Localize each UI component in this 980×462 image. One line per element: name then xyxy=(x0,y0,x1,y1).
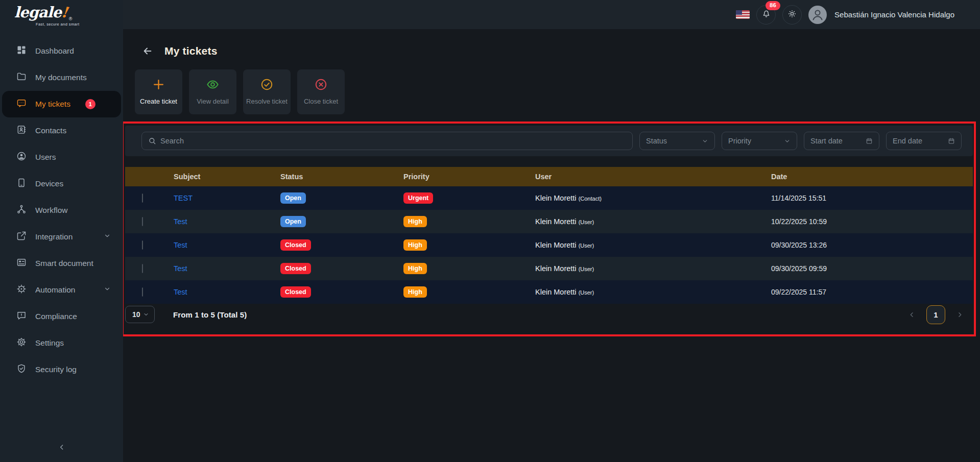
close-ticket-button[interactable]: Close ticket xyxy=(297,69,345,114)
sidebar-item-smart-document[interactable]: Smart document xyxy=(2,250,121,277)
priority-filter-value: Priority xyxy=(728,137,751,145)
column-header-priority[interactable]: Priority xyxy=(403,173,535,181)
brand-logo[interactable]: legale! ® Fast, secure and smart xyxy=(0,0,123,32)
table-header-row: Subject Status Priority User Date xyxy=(125,167,973,186)
automation-gear-icon xyxy=(16,284,27,296)
row-checkbox[interactable] xyxy=(142,287,143,297)
start-date-input[interactable]: Start date xyxy=(804,132,879,150)
sidebar-item-my-tickets[interactable]: My tickets 1 xyxy=(2,91,121,117)
column-header-subject[interactable]: Subject xyxy=(174,173,280,181)
sidebar-nav: Dashboard My documents My tickets 1 Cont… xyxy=(0,38,123,383)
workflow-branch-icon xyxy=(16,204,27,216)
current-page-button[interactable]: 1 xyxy=(926,305,945,324)
previous-page-button[interactable] xyxy=(908,311,916,319)
table-row[interactable]: Test Closed High Klein Moretti (User) 09… xyxy=(125,233,973,257)
sidebar-item-integration[interactable]: Integration xyxy=(2,224,121,250)
sidebar-item-contacts[interactable]: Contacts xyxy=(2,117,121,144)
ticket-date: 10/22/2025 10:59 xyxy=(771,217,973,226)
theme-toggle-button[interactable] xyxy=(782,5,802,25)
sidebar-item-automation[interactable]: Automation xyxy=(2,277,121,303)
chevron-down-icon xyxy=(143,311,149,318)
eye-icon xyxy=(206,78,220,93)
brand-pen-icon: ! xyxy=(60,5,68,20)
folder-icon xyxy=(16,71,27,84)
ticket-subject-link[interactable]: Test xyxy=(174,288,187,296)
chevron-down-icon xyxy=(784,138,791,144)
view-detail-button[interactable]: View detail xyxy=(189,69,236,114)
table-row[interactable]: TEST Open Urgent Klein Moretti (Contact)… xyxy=(125,186,973,210)
ticket-user: Klein Moretti (User) xyxy=(535,241,771,249)
app-window: legale! ® Fast, secure and smart Dashboa… xyxy=(0,0,980,462)
page-size-select[interactable]: 10 xyxy=(125,306,155,323)
status-filter-select[interactable]: Status xyxy=(639,132,715,150)
sidebar-item-label: Devices xyxy=(35,179,63,188)
sidebar-item-devices[interactable]: Devices xyxy=(2,171,121,197)
ticket-actions-toolbar: Create ticket View detail Resolve ticket… xyxy=(135,69,345,114)
language-flag-icon[interactable] xyxy=(736,10,750,19)
page-head: My tickets xyxy=(142,45,218,57)
create-ticket-button[interactable]: Create ticket xyxy=(135,69,182,114)
sidebar-collapse-button[interactable] xyxy=(0,441,123,456)
row-checkbox[interactable] xyxy=(142,240,143,250)
priority-badge: High xyxy=(403,216,427,227)
priority-filter-select[interactable]: Priority xyxy=(722,132,797,150)
tablet-icon xyxy=(16,178,27,190)
user-avatar[interactable] xyxy=(808,6,827,24)
sidebar-item-settings[interactable]: Settings xyxy=(2,330,121,356)
priority-badge: High xyxy=(403,286,427,298)
ticket-user: Klein Moretti (Contact) xyxy=(535,194,771,202)
ticket-subject-link[interactable]: TEST xyxy=(174,194,193,202)
chevron-down-icon xyxy=(104,285,111,295)
row-checkbox[interactable] xyxy=(142,193,143,203)
user-type: (User) xyxy=(579,219,594,225)
ticket-subject-link[interactable]: Test xyxy=(174,241,187,249)
notifications-button[interactable]: 86 xyxy=(756,5,776,25)
status-badge: Closed xyxy=(280,263,311,274)
ticket-subject-link[interactable]: Test xyxy=(174,217,187,226)
column-header-date[interactable]: Date xyxy=(771,173,973,181)
brand-tagline: Fast, secure and smart xyxy=(36,22,123,27)
resolve-ticket-button[interactable]: Resolve ticket xyxy=(243,69,291,114)
row-checkbox[interactable] xyxy=(142,264,143,273)
pagination-summary: From 1 to 5 (Total 5) xyxy=(173,310,247,319)
topbar: 86 Sebastián Ignacio Valencia Hidalgo xyxy=(123,0,980,29)
search-input-wrap xyxy=(141,132,633,150)
table-row[interactable]: Test Closed High Klein Moretti (User) 09… xyxy=(125,257,973,280)
search-input[interactable] xyxy=(160,137,626,145)
check-circle-icon xyxy=(260,78,274,93)
status-badge: Closed xyxy=(280,286,311,298)
shield-check-icon xyxy=(16,363,27,376)
end-date-input[interactable]: End date xyxy=(886,132,962,150)
ticket-user: Klein Moretti (User) xyxy=(535,288,771,296)
next-page-button[interactable] xyxy=(956,311,964,319)
table-row[interactable]: Test Open High Klein Moretti (User) 10/2… xyxy=(125,210,973,233)
sidebar-item-users[interactable]: Users xyxy=(2,144,121,171)
compliance-bubble-icon xyxy=(16,310,27,323)
user-circle-icon xyxy=(16,151,27,163)
sidebar-item-workflow[interactable]: Workflow xyxy=(2,197,121,224)
column-header-user[interactable]: User xyxy=(535,173,771,181)
status-badge: Open xyxy=(280,216,306,227)
ticket-subject-link[interactable]: Test xyxy=(174,264,187,273)
action-label: View detail xyxy=(197,98,229,106)
tickets-table: Subject Status Priority User Date TEST O… xyxy=(125,167,973,304)
table-row[interactable]: Test Closed High Klein Moretti (User) 09… xyxy=(125,280,973,304)
pagination-bar: 10 From 1 to 5 (Total 5) 1 xyxy=(125,304,973,325)
sidebar-item-my-documents[interactable]: My documents xyxy=(2,64,121,91)
chevron-left-icon xyxy=(58,443,66,453)
sidebar-item-label: Dashboard xyxy=(35,46,74,56)
sidebar-item-dashboard[interactable]: Dashboard xyxy=(2,38,121,64)
sidebar-item-security-log[interactable]: Security log xyxy=(2,356,121,383)
sidebar-item-label: My tickets xyxy=(35,100,70,109)
back-button[interactable] xyxy=(142,45,153,57)
gear-icon xyxy=(16,337,27,349)
dashboard-icon xyxy=(16,45,27,57)
user-type: (Contact) xyxy=(579,196,602,202)
sidebar-item-compliance[interactable]: Compliance xyxy=(2,303,121,330)
row-checkbox[interactable] xyxy=(142,217,143,226)
chevron-down-icon xyxy=(104,232,111,241)
end-date-value: End date xyxy=(893,137,922,145)
column-header-status[interactable]: Status xyxy=(280,173,403,181)
page-title: My tickets xyxy=(164,45,218,57)
user-type: (User) xyxy=(579,242,594,249)
